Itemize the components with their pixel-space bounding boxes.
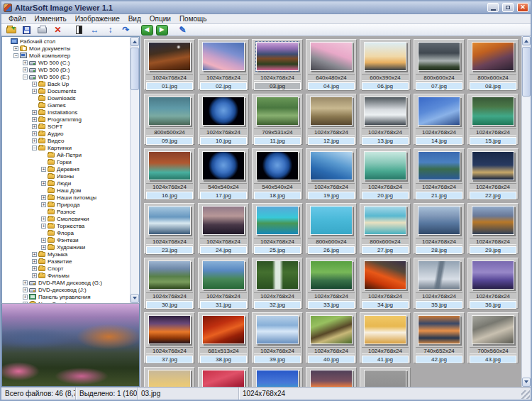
flip-vertical-button[interactable]: ↕ [103,24,118,35]
expand-toggle-icon[interactable]: + [32,266,37,271]
expand-toggle-icon[interactable]: + [32,124,37,129]
tree-item-32[interactable]: +Спорт [2,265,130,272]
print-button[interactable] [35,24,50,35]
tree-item-0[interactable]: Рабочий стол [2,38,130,45]
tree-item-24[interactable]: Разное [2,208,130,215]
thumbnail-cell-02.jpg[interactable]: 1024x768x2402.jpg [198,39,249,90]
tree-item-37[interactable]: +Nero Scout [2,300,130,303]
thumbnail-cell-partial-42[interactable] [144,367,195,387]
thumbnail-cell-16.jpg[interactable]: 1024x768x2416.jpg [144,148,195,199]
expand-toggle-icon[interactable]: + [23,280,28,285]
expand-toggle-icon[interactable]: + [41,238,46,243]
menu-edit[interactable]: Изменить [31,15,71,23]
thumbnail-cell-12.jpg[interactable]: 1024x768x2412.jpg [306,94,357,145]
tree-item-4[interactable]: +WD 500 (D:) [2,66,130,73]
expand-toggle-icon[interactable]: + [32,138,37,143]
tree-item-1[interactable]: +Мои документы [2,45,130,52]
scroll-up-button[interactable] [522,36,531,45]
tree-item-23[interactable]: +Природа [2,201,130,208]
thumbnail-cell-38.jpg[interactable]: 681x513x2438.jpg [198,312,249,363]
tree-item-27[interactable]: Флора [2,229,130,236]
thumbnail-cell-13.jpg[interactable]: 1024x768x2413.jpg [360,94,411,145]
grid-scrollbar[interactable] [521,36,531,387]
tree-item-22[interactable]: +Наши питомцы [2,194,130,201]
scroll-down-button[interactable] [131,294,139,303]
thumbnail-cell-22.jpg[interactable]: 1024x768x2422.jpg [467,148,519,199]
tree-item-35[interactable]: +DVD-дисковод (J:) [2,286,130,293]
tree-item-20[interactable]: +Люди [2,180,130,187]
scroll-track[interactable] [131,46,139,294]
menu-file[interactable]: Файл [4,15,31,23]
expand-toggle-icon[interactable]: + [13,46,18,51]
scroll-track[interactable] [522,45,531,378]
tree-item-11[interactable]: +Programming [2,116,130,123]
tree-item-16[interactable]: Ай-Петри [2,151,130,158]
expand-toggle-icon[interactable]: + [23,60,28,65]
expand-toggle-icon[interactable]: − [32,145,37,150]
scroll-thumb[interactable] [522,47,531,97]
thumbnail-cell-40.jpg[interactable]: 1024x768x2440.jpg [306,312,357,363]
scroll-thumb[interactable] [131,48,139,90]
expand-toggle-icon[interactable]: + [41,245,46,250]
restore-button[interactable] [502,3,514,12]
open-button[interactable] [4,24,18,35]
tree-item-18[interactable]: +Деревня [2,165,130,172]
expand-toggle-icon[interactable]: + [41,216,46,221]
expand-toggle-icon[interactable]: + [23,287,28,292]
thumbnail-cell-09.jpg[interactable]: 800x600x2409.jpg [144,94,195,145]
expand-toggle-icon[interactable]: − [23,75,28,79]
expand-toggle-icon[interactable]: + [41,195,46,200]
expand-toggle-icon[interactable]: + [41,181,46,186]
thumbnail-cell-04.jpg[interactable]: 640x480x2404.jpg [306,39,357,90]
tree-item-21[interactable]: Наш Дом [2,187,130,194]
thumbnail-cell-39.jpg[interactable]: 1024x768x2439.jpg [252,312,303,363]
thumbnail-cell-06.jpg[interactable]: 600x390x2406.jpg [360,39,411,90]
menu-help[interactable]: Помощь [175,15,211,23]
thumbnail-cell-partial-43[interactable] [198,367,249,387]
expand-toggle-icon[interactable]: + [32,82,37,87]
tree-item-31[interactable]: +Развитие [2,258,130,265]
thumbnail-cell-partial-45[interactable] [306,367,357,387]
thumbnail-cell-31.jpg[interactable]: 1024x768x2431.jpg [198,258,249,309]
tree-item-2[interactable]: −Мой компьютер [2,52,130,59]
flip-horizontal-button[interactable]: ↔ [87,24,102,35]
thumbnail-cell-43.jpg[interactable]: 700x560x2443.jpg [467,312,519,363]
thumbnail-cell-29.jpg[interactable]: 1024x768x2429.jpg [467,203,519,254]
menu-view[interactable]: Вид [124,15,145,23]
edit-pen-button[interactable]: ✎ [175,24,190,35]
thumbnail-cell-25.jpg[interactable]: 1024x768x2425.jpg [252,203,303,254]
tree-item-10[interactable]: +Installations [2,109,130,116]
thumbnail-cell-10.jpg[interactable]: 1024x768x2410.jpg [198,94,249,145]
expand-toggle-icon[interactable]: + [41,167,46,172]
thumbnail-cell-42.jpg[interactable]: 740x652x2442.jpg [414,312,465,363]
thumbnail-cell-18.jpg[interactable]: 540x540x2418.jpg [252,148,303,199]
tree-item-25[interactable]: +Смолевички [2,215,130,222]
tree-item-34[interactable]: +DVD-RAM дисковод (G:) [2,279,130,286]
tree-item-19[interactable]: Иконы [2,172,130,180]
tree-item-13[interactable]: +Аудио [2,130,130,137]
previous-button[interactable]: ◀ [140,24,154,35]
tree-item-33[interactable]: +Фильмы [2,272,130,279]
expand-toggle-icon[interactable]: + [32,259,37,264]
expand-toggle-icon[interactable]: + [32,252,37,257]
expand-toggle-icon[interactable]: + [41,224,46,229]
tree-item-26[interactable]: +Торжества [2,222,130,229]
tree-item-9[interactable]: Games [2,101,130,109]
thumbnail-cell-26.jpg[interactable]: 800x600x2426.jpg [306,203,357,254]
expand-toggle-icon[interactable]: + [23,67,28,72]
thumbnail-cell-23.jpg[interactable]: 1024x768x2423.jpg [144,203,195,254]
tree-item-12[interactable]: +SOFT [2,123,130,130]
minimize-button[interactable] [487,3,499,12]
thumbnail-cell-08.jpg[interactable]: 800x600x2408.jpg [467,39,519,90]
tree-item-36[interactable]: +Панель управления [2,293,130,300]
scroll-down-button[interactable] [522,378,531,387]
delete-button[interactable]: ✕ [50,24,65,35]
thumbnail-cell-14.jpg[interactable]: 1024x768x2414.jpg [414,94,465,145]
expand-toggle-icon[interactable]: − [13,53,18,58]
tree-item-17[interactable]: Горки [2,158,130,165]
contrast-button[interactable] [72,24,87,35]
thumbnail-cell-37.jpg[interactable]: 1024x768x2437.jpg [144,312,195,363]
menu-image[interactable]: Изображение [71,15,124,23]
thumbnail-cell-21.jpg[interactable]: 1024x768x2421.jpg [414,148,465,199]
thumbnail-cell-19.jpg[interactable]: 1024x768x2419.jpg [306,148,357,199]
